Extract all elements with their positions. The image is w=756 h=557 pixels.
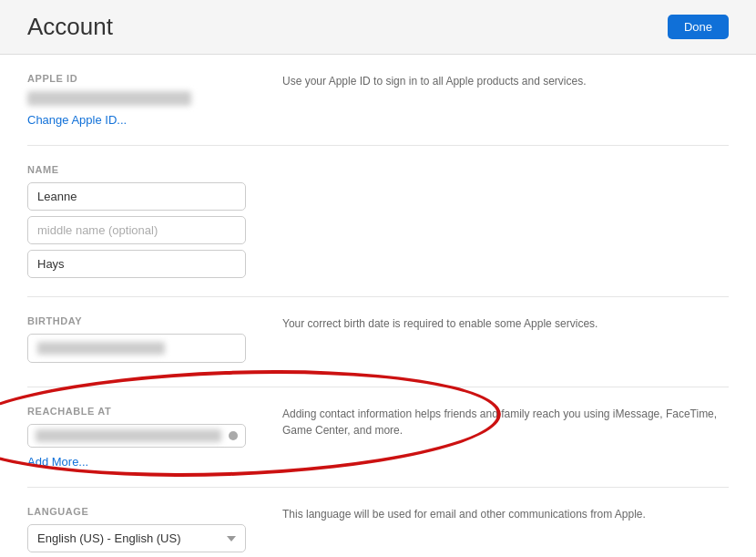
name-left: NAME — [27, 164, 246, 278]
language-label: LANGUAGE — [27, 506, 246, 517]
reachable-at-left: REACHABLE AT Add More... — [27, 406, 246, 469]
change-apple-id-link[interactable]: Change Apple ID... — [27, 113, 127, 127]
birthday-info: Your correct birth date is required to e… — [246, 315, 729, 368]
reachable-at-section: REACHABLE AT Add More... Adding contact … — [27, 387, 729, 488]
apple-id-info: Use your Apple ID to sign in to all Appl… — [246, 73, 729, 127]
add-more-link[interactable]: Add More... — [27, 455, 88, 469]
birthday-description: Your correct birth date is required to e… — [282, 317, 598, 330]
language-section: LANGUAGE English (US) - English (US) Thi… — [27, 488, 729, 557]
apple-id-blurred-value — [27, 91, 191, 106]
middle-name-input[interactable] — [27, 216, 246, 244]
birthday-blurred-field[interactable] — [27, 334, 246, 363]
done-button[interactable]: Done — [668, 15, 729, 39]
page-title: Account — [27, 13, 668, 41]
birthday-left: BIRTHDAY — [27, 315, 246, 368]
apple-id-label: APPLE ID — [27, 73, 246, 84]
language-left: LANGUAGE English (US) - English (US) — [27, 506, 246, 552]
apple-id-left: APPLE ID Change Apple ID... — [27, 73, 246, 127]
first-name-input[interactable] — [27, 182, 246, 211]
apple-id-description: Use your Apple ID to sign in to all Appl… — [282, 75, 587, 88]
reachable-at-field — [27, 424, 246, 448]
birthday-label: BIRTHDAY — [27, 315, 246, 326]
reachable-dot-icon — [229, 431, 238, 440]
reachable-at-info: Adding contact information helps friends… — [246, 406, 729, 469]
name-info — [246, 164, 729, 278]
reachable-blurred-value — [36, 429, 221, 442]
page-container: Account Done APPLE ID Change Apple ID...… — [0, 0, 756, 557]
language-info: This language will be used for email and… — [246, 506, 729, 552]
name-label: NAME — [27, 164, 246, 175]
name-section: NAME — [27, 146, 729, 297]
language-select[interactable]: English (US) - English (US) — [27, 524, 246, 552]
content: APPLE ID Change Apple ID... Use your App… — [0, 55, 756, 557]
language-description: This language will be used for email and… — [282, 508, 646, 521]
apple-id-section: APPLE ID Change Apple ID... Use your App… — [27, 55, 729, 146]
birthday-section: BIRTHDAY Your correct birth date is requ… — [27, 297, 729, 387]
header: Account Done — [0, 0, 756, 55]
reachable-at-label: REACHABLE AT — [27, 406, 246, 417]
reachable-at-description: Adding contact information helps friends… — [282, 407, 717, 437]
birthday-blurred-value — [37, 342, 165, 355]
last-name-input[interactable] — [27, 250, 246, 278]
